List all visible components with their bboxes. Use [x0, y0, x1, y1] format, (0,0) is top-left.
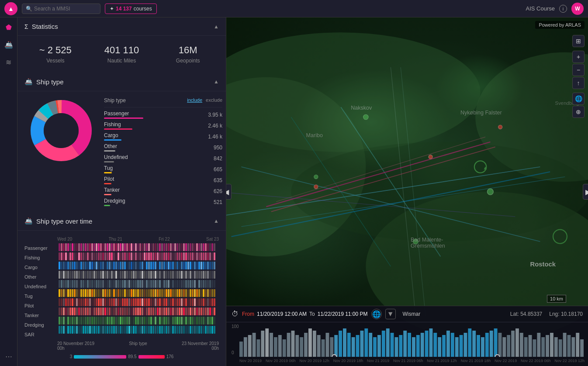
ship-row-passenger[interactable]: Passenger 3.95 k — [104, 109, 222, 120]
heatmap-cell[interactable] — [135, 262, 137, 269]
heatmap-cell[interactable] — [176, 280, 178, 288]
heatmap-cell[interactable] — [126, 271, 128, 279]
heatmap-cell[interactable] — [83, 307, 84, 315]
heatmap-cell[interactable] — [183, 262, 185, 269]
filter-include[interactable]: include — [187, 97, 202, 104]
heatmap-cell[interactable] — [131, 243, 132, 251]
heatmap-cell[interactable] — [74, 307, 76, 315]
ship-type-header[interactable]: 🚢 Ship type ▲ — [17, 73, 226, 91]
ship-row-tug[interactable]: Tug 665 — [104, 164, 222, 175]
heatmap-cell[interactable] — [109, 298, 111, 306]
heatmap-cell[interactable] — [211, 317, 213, 325]
heatmap-cell[interactable] — [142, 326, 143, 334]
heatmap-cell[interactable] — [102, 243, 104, 251]
heatmap-cell[interactable] — [85, 298, 86, 306]
heatmap-cell[interactable] — [76, 326, 78, 334]
heatmap-cell[interactable] — [102, 307, 104, 315]
heatmap-cell[interactable] — [179, 252, 180, 260]
heatmap-cell[interactable] — [93, 271, 95, 279]
heatmap-cell[interactable] — [78, 298, 80, 306]
heatmap-cell[interactable] — [172, 289, 174, 297]
heatmap-cell[interactable] — [139, 252, 141, 260]
heatmap-cell[interactable] — [152, 262, 154, 269]
heatmap-cell[interactable] — [187, 317, 189, 325]
heatmap-cell[interactable] — [163, 317, 165, 325]
heatmap-cell[interactable] — [69, 298, 71, 306]
heatmap-cell[interactable] — [161, 326, 163, 334]
heatmap-cell[interactable] — [87, 252, 89, 260]
heatmap-cell[interactable] — [144, 289, 145, 297]
heatmap-cell[interactable] — [63, 317, 65, 325]
heatmap-cell[interactable] — [115, 252, 117, 260]
heatmap-cell[interactable] — [157, 271, 159, 279]
heatmap-cell[interactable] — [209, 271, 211, 279]
heatmap-cell[interactable] — [155, 298, 156, 306]
heatmap-cell[interactable] — [161, 289, 163, 297]
heatmap-cell[interactable] — [63, 271, 65, 279]
heatmap-cell[interactable] — [137, 252, 139, 260]
heatmap-cell[interactable] — [93, 262, 95, 269]
heatmap-cell[interactable] — [168, 262, 169, 269]
heatmap-cell[interactable] — [146, 317, 148, 325]
heatmap-cell[interactable] — [126, 243, 128, 251]
heatmap-cell[interactable] — [100, 289, 102, 297]
heatmap-cell[interactable] — [201, 307, 202, 315]
heatmap-cell[interactable] — [91, 252, 93, 260]
heatmap-cell[interactable] — [179, 298, 180, 306]
heatmap-cell[interactable] — [168, 252, 169, 260]
heatmap-cell[interactable] — [152, 317, 154, 325]
heatmap-cell[interactable] — [118, 326, 119, 334]
heatmap-cell[interactable] — [194, 280, 196, 288]
heatmap-cell[interactable] — [181, 280, 183, 288]
heatmap-cell[interactable] — [209, 298, 211, 306]
heatmap-cell[interactable] — [163, 326, 165, 334]
heatmap-cell[interactable] — [111, 252, 113, 260]
heatmap-cell[interactable] — [120, 262, 121, 269]
heatmap-cell[interactable] — [93, 317, 95, 325]
heatmap-cell[interactable] — [150, 326, 152, 334]
heatmap-cell[interactable] — [96, 307, 97, 315]
heatmap-cell[interactable] — [59, 280, 60, 288]
heatmap-cell[interactable] — [183, 243, 185, 251]
heatmap-cell[interactable] — [183, 252, 185, 260]
heatmap-cell[interactable] — [137, 289, 139, 297]
heatmap-cell[interactable] — [87, 307, 89, 315]
heatmap-cell[interactable] — [87, 326, 89, 334]
heatmap-cell[interactable] — [194, 252, 196, 260]
heatmap-cell[interactable] — [203, 298, 204, 306]
heatmap-cell[interactable] — [102, 252, 104, 260]
heatmap-cell[interactable] — [161, 317, 163, 325]
heatmap-cell[interactable] — [179, 326, 180, 334]
heatmap-cell[interactable] — [61, 298, 62, 306]
heatmap-cell[interactable] — [168, 307, 169, 315]
globe-view-btn[interactable]: 🌐 — [572, 93, 585, 105]
heatmap-cell[interactable] — [78, 326, 80, 334]
heatmap-cell[interactable] — [65, 317, 67, 325]
heatmap-cell[interactable] — [120, 298, 121, 306]
heatmap-cell[interactable] — [89, 326, 91, 334]
heatmap-cell[interactable] — [137, 307, 139, 315]
heatmap-cell[interactable] — [96, 271, 97, 279]
heatmap-cell[interactable] — [69, 280, 71, 288]
heatmap-cell[interactable] — [83, 262, 84, 269]
heatmap-cell[interactable] — [128, 298, 130, 306]
heatmap-cell[interactable] — [205, 280, 207, 288]
heatmap-cell[interactable] — [131, 317, 132, 325]
heatmap-cell[interactable] — [185, 243, 187, 251]
heatmap-cell[interactable] — [214, 298, 215, 306]
heatmap-cell[interactable] — [185, 289, 187, 297]
heatmap-cell[interactable] — [163, 289, 165, 297]
heatmap-cell[interactable] — [170, 326, 172, 334]
heatmap-cell[interactable] — [181, 289, 183, 297]
heatmap-cell[interactable] — [102, 298, 104, 306]
heatmap-cell[interactable] — [214, 262, 215, 269]
heatmap-cell[interactable] — [107, 317, 108, 325]
heatmap-cell[interactable] — [128, 271, 130, 279]
heatmap-cell[interactable] — [144, 298, 145, 306]
heatmap-cell[interactable] — [85, 307, 86, 315]
heatmap-cell[interactable] — [124, 243, 126, 251]
heatmap-cell[interactable] — [148, 307, 150, 315]
heatmap-cell[interactable] — [157, 298, 159, 306]
heatmap-cell[interactable] — [126, 307, 128, 315]
heatmap-cell[interactable] — [142, 262, 143, 269]
